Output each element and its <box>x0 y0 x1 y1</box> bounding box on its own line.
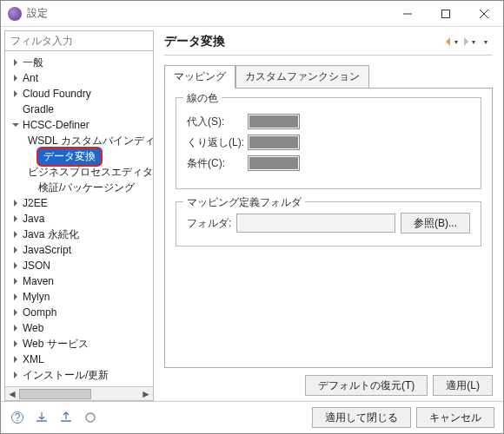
svg-point-3 <box>86 413 95 422</box>
expand-icon[interactable] <box>10 247 21 253</box>
tree-item[interactable]: Oomph <box>7 305 153 320</box>
tree-item[interactable]: 検証/パッケージング <box>7 180 153 195</box>
export-icon[interactable] <box>58 410 74 425</box>
tree-item-label: Java 永続化 <box>21 227 81 243</box>
preferences-dialog: 設定 一般AntCloud FoundryGradleHCSC-DefinerW… <box>0 0 504 434</box>
tree-item-label: JSON <box>21 259 52 273</box>
tree-item-label: Maven <box>21 274 56 288</box>
group-mapping-folder-legend: マッピング定義フォルダ <box>183 195 305 210</box>
tree-item[interactable]: ビジネスプロセスエディタ <box>7 164 153 180</box>
group-line-color: 線の色 代入(S): くり返し(L): 条件(C): <box>176 97 481 189</box>
tree-item[interactable]: インストール/更新 <box>7 367 153 383</box>
folder-input[interactable] <box>236 214 395 233</box>
nav-forward-button[interactable]: ▾ <box>460 34 475 49</box>
color-repeat-swatch[interactable] <box>248 135 300 150</box>
page-title: データ変換 <box>164 34 441 49</box>
tree-item-label: Web サービス <box>21 336 90 352</box>
close-button[interactable] <box>465 1 503 26</box>
dialog-footer: ? 適用して閉じる キャンセル <box>1 401 503 433</box>
tree-item-label: 一般 <box>21 55 45 71</box>
tree-item-label: Oomph <box>21 306 58 319</box>
nav-menu-button[interactable]: ▾ <box>477 34 493 49</box>
tab-bar: マッピング カスタムファンクション <box>164 64 493 88</box>
tree-item[interactable]: Mylyn <box>7 289 153 305</box>
color-assign-swatch[interactable] <box>248 114 300 129</box>
titlebar: 設定 <box>1 1 503 27</box>
nav-back-button[interactable]: ▾ <box>442 34 458 49</box>
tree-item[interactable]: JavaScript <box>7 242 153 258</box>
label-repeat: くり返し(L): <box>187 135 248 150</box>
refresh-icon[interactable] <box>83 410 98 425</box>
expand-icon[interactable] <box>10 356 21 363</box>
group-line-color-legend: 線の色 <box>183 91 222 106</box>
restore-defaults-button[interactable]: デフォルトの復元(T) <box>305 375 428 396</box>
tree-item-label: インストール/更新 <box>21 367 110 384</box>
tab-panel: 線の色 代入(S): くり返し(L): 条件(C): マッピ <box>164 88 493 368</box>
expand-icon[interactable] <box>10 59 21 66</box>
tree-item[interactable]: J2EE <box>7 195 153 211</box>
right-pane: データ変換 ▾ ▾ ▾ マッピング カスタムファンクション 線の色 代入(S): <box>157 30 500 401</box>
tab-custom-function[interactable]: カスタムファンクション <box>235 65 369 89</box>
minimize-button[interactable] <box>388 1 427 26</box>
expand-icon[interactable] <box>10 325 21 332</box>
label-condition: 条件(C): <box>187 156 248 171</box>
tree-item-label: J2EE <box>21 196 50 210</box>
expand-icon[interactable] <box>10 293 21 300</box>
tree-item[interactable]: Java <box>7 211 153 227</box>
tree-item[interactable]: Web サービス <box>7 336 153 352</box>
tree-item[interactable]: Gradle <box>7 102 153 117</box>
expand-icon[interactable] <box>10 90 21 97</box>
import-icon[interactable] <box>34 410 50 425</box>
svg-rect-0 <box>442 10 450 17</box>
scroll-thumb[interactable] <box>19 389 91 399</box>
tree-item[interactable]: Java 永続化 <box>7 227 153 242</box>
tree-item-label: JavaScript <box>21 243 73 257</box>
expand-icon[interactable] <box>10 215 21 222</box>
expand-icon[interactable] <box>10 340 21 347</box>
color-condition-swatch[interactable] <box>248 155 300 171</box>
expand-icon[interactable] <box>10 200 21 207</box>
preference-tree[interactable]: 一般AntCloud FoundryGradleHCSC-DefinerWSDL… <box>5 51 153 386</box>
expand-icon[interactable] <box>10 262 21 269</box>
expand-icon[interactable] <box>10 231 21 238</box>
tree-item[interactable]: データ変換 <box>7 148 153 164</box>
tree-item-label: Mylyn <box>21 290 51 304</box>
tree-item[interactable]: Ant <box>7 70 153 86</box>
maximize-button[interactable] <box>427 1 465 26</box>
scroll-right-icon[interactable]: ► <box>139 388 153 400</box>
apply-button[interactable]: 適用(L) <box>433 375 493 396</box>
svg-text:?: ? <box>15 411 21 424</box>
filter-input[interactable] <box>5 31 153 51</box>
help-icon[interactable]: ? <box>10 410 25 425</box>
tree-item-label: XML <box>21 352 46 366</box>
expand-icon[interactable] <box>10 309 21 316</box>
left-pane: 一般AntCloud FoundryGradleHCSC-DefinerWSDL… <box>4 30 154 401</box>
scroll-left-icon[interactable]: ◄ <box>5 388 19 400</box>
tree-item-label: Cloud Foundry <box>21 87 93 101</box>
group-mapping-folder: マッピング定義フォルダ フォルダ: 参照(B)... <box>176 201 481 247</box>
tree-item[interactable]: 一般 <box>7 55 153 70</box>
tree-item[interactable]: Cloud Foundry <box>7 86 153 102</box>
label-assign: 代入(S): <box>187 115 248 129</box>
tree-item[interactable]: Web <box>7 320 153 336</box>
tree-hscrollbar[interactable]: ◄ ► <box>5 386 153 400</box>
expand-icon[interactable] <box>10 372 21 378</box>
tree-item[interactable]: XML <box>7 352 153 367</box>
cancel-button[interactable]: キャンセル <box>416 407 494 428</box>
tree-item[interactable]: JSON <box>7 258 153 273</box>
tree-item[interactable]: HCSC-Definer <box>7 117 153 133</box>
tree-item-label: Ant <box>21 71 40 85</box>
tree-item-label: 検証/パッケージング <box>36 180 136 196</box>
label-folder: フォルダ: <box>187 216 231 231</box>
expand-icon[interactable] <box>10 278 21 285</box>
apply-close-button[interactable]: 適用して閉じる <box>312 407 411 428</box>
tree-item-label: Java <box>21 212 46 226</box>
expand-icon[interactable] <box>10 75 21 82</box>
tree-item-label: Gradle <box>21 102 56 116</box>
collapse-icon[interactable] <box>10 122 21 128</box>
window-title: 設定 <box>27 6 388 21</box>
app-icon <box>8 7 22 21</box>
tree-item[interactable]: Maven <box>7 273 153 289</box>
browse-button[interactable]: 参照(B)... <box>401 213 470 233</box>
tab-mapping[interactable]: マッピング <box>164 65 235 89</box>
